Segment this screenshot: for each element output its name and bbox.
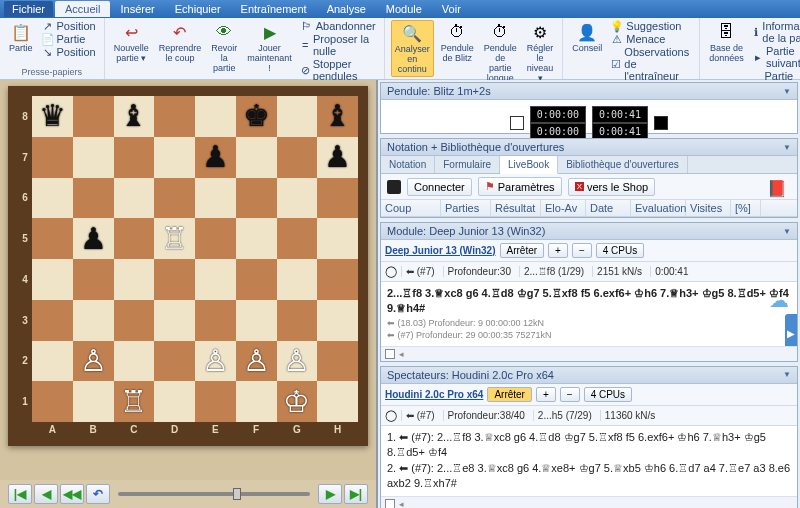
engine2-name[interactable]: Houdini 2.0c Pro x64 [385, 389, 483, 400]
square-H6[interactable] [317, 178, 358, 219]
square-F5[interactable] [236, 218, 277, 259]
move-slider[interactable] [118, 492, 310, 496]
square-B2[interactable]: ♙ [73, 341, 114, 382]
nav-btn-r0[interactable]: ▶ [318, 484, 342, 504]
cloud-icon[interactable]: ☁ [769, 286, 789, 314]
square-B3[interactable] [73, 300, 114, 341]
notation-tab-formulaire[interactable]: Formulaire [435, 156, 500, 173]
panel-dropdown-icon[interactable]: ▼ [783, 227, 791, 236]
nav-btn-0[interactable]: |◀ [8, 484, 32, 504]
square-E4[interactable] [195, 259, 236, 300]
ribbon-partie-suivante[interactable]: ▸Partie suivante [751, 45, 800, 69]
square-F7[interactable] [236, 137, 277, 178]
ribbon-pendule-de-partie-longue[interactable]: ⏱Pendule de partie longue [481, 20, 520, 85]
square-D5[interactable]: ♖ [154, 218, 195, 259]
square-G8[interactable] [277, 96, 318, 137]
square-G7[interactable] [277, 137, 318, 178]
square-G1[interactable]: ♔ [277, 381, 318, 422]
menu-tab-module[interactable]: Module [376, 1, 432, 17]
lb-header[interactable]: Coup [381, 200, 441, 216]
square-H8[interactable]: ♝ [317, 96, 358, 137]
nav-btn-2[interactable]: ◀◀ [60, 484, 84, 504]
square-A3[interactable] [32, 300, 73, 341]
engine1-minus-button[interactable]: − [572, 243, 592, 258]
square-F1[interactable] [236, 381, 277, 422]
menu-tab-analyse[interactable]: Analyse [317, 1, 376, 17]
square-A5[interactable] [32, 218, 73, 259]
square-H2[interactable] [317, 341, 358, 382]
connect-button[interactable]: Connecter [407, 178, 472, 196]
square-C3[interactable] [114, 300, 155, 341]
ribbon-reprendre-le-coup[interactable]: ↶Reprendre le coup [156, 20, 205, 65]
square-F6[interactable] [236, 178, 277, 219]
params-button[interactable]: ⚑Paramètres [478, 177, 562, 196]
square-H1[interactable] [317, 381, 358, 422]
square-F4[interactable] [236, 259, 277, 300]
lb-header[interactable]: Evaluation [631, 200, 686, 216]
square-G6[interactable] [277, 178, 318, 219]
ribbon-partie[interactable]: 📄Partie [40, 33, 98, 45]
ribbon-r-gler-le-niveau-[interactable]: ⚙Régler le niveau ▾ [524, 20, 557, 85]
notation-tab-notation[interactable]: Notation [381, 156, 435, 173]
square-C5[interactable] [114, 218, 155, 259]
square-B6[interactable] [73, 178, 114, 219]
square-B7[interactable] [73, 137, 114, 178]
square-D4[interactable] [154, 259, 195, 300]
square-E1[interactable] [195, 381, 236, 422]
ribbon-nouvelle-partie-[interactable]: ↩Nouvelle partie ▾ [111, 20, 152, 65]
square-F2[interactable]: ♙ [236, 341, 277, 382]
square-F3[interactable] [236, 300, 277, 341]
engine1-plus-button[interactable]: + [548, 243, 568, 258]
ribbon-partie[interactable]: 📋Partie [6, 20, 36, 55]
engine2-plus-button[interactable]: + [536, 387, 556, 402]
square-G2[interactable]: ♙ [277, 341, 318, 382]
square-C6[interactable] [114, 178, 155, 219]
engine2-stop-button[interactable]: Arrêter [487, 387, 532, 402]
ribbon-suggestion[interactable]: 💡Suggestion [609, 20, 693, 32]
lb-header[interactable]: Date [586, 200, 631, 216]
square-D2[interactable] [154, 341, 195, 382]
square-C4[interactable] [114, 259, 155, 300]
square-B4[interactable] [73, 259, 114, 300]
engine1-stop-button[interactable]: Arrêter [500, 243, 545, 258]
square-G5[interactable] [277, 218, 318, 259]
square-E8[interactable] [195, 96, 236, 137]
square-A1[interactable] [32, 381, 73, 422]
ribbon-menace[interactable]: ⚠Menace [609, 33, 693, 45]
square-A6[interactable] [32, 178, 73, 219]
engine2-cpus-button[interactable]: 4 CPUs [584, 387, 632, 402]
panel-dropdown-icon[interactable]: ▼ [783, 143, 791, 152]
square-E7[interactable]: ♟ [195, 137, 236, 178]
shop-button[interactable]: Xvers le Shop [568, 178, 656, 196]
ribbon-jouer-maintenant-[interactable]: ▶Jouer maintenant ! [244, 20, 295, 75]
ribbon-pendule-de-blitz[interactable]: ⏱Pendule de Blitz [438, 20, 477, 65]
ribbon-revoir-la-partie[interactable]: 👁Revoir la partie [208, 20, 240, 75]
engine1-name[interactable]: Deep Junior 13 (Win32) [385, 245, 496, 256]
menu-tab-insérer[interactable]: Insérer [110, 1, 164, 17]
square-D6[interactable] [154, 178, 195, 219]
ribbon-conseil[interactable]: 👤Conseil [569, 20, 605, 55]
menu-tab-echiquier[interactable]: Echiquier [165, 1, 231, 17]
ribbon-observations-de-l-entra-neur[interactable]: ☑Observations de l'entraîneur [609, 46, 693, 82]
ribbon-position[interactable]: ↗Position [40, 20, 98, 32]
square-H4[interactable] [317, 259, 358, 300]
square-G4[interactable] [277, 259, 318, 300]
panel-dropdown-icon[interactable]: ▼ [783, 87, 791, 96]
square-C8[interactable]: ♝ [114, 96, 155, 137]
square-B8[interactable] [73, 96, 114, 137]
lb-header[interactable]: Parties [441, 200, 491, 216]
ribbon-proposer-la-nulle[interactable]: =Proposer la nulle [299, 33, 378, 57]
square-E5[interactable] [195, 218, 236, 259]
square-B5[interactable]: ♟ [73, 218, 114, 259]
ribbon-stopper-pendules[interactable]: ⊘Stopper pendules [299, 58, 378, 82]
square-D7[interactable] [154, 137, 195, 178]
panel-dropdown-icon[interactable]: ▼ [783, 370, 791, 379]
square-D3[interactable] [154, 300, 195, 341]
square-C2[interactable] [114, 341, 155, 382]
square-A8[interactable]: ♛ [32, 96, 73, 137]
square-H3[interactable] [317, 300, 358, 341]
square-E2[interactable]: ♙ [195, 341, 236, 382]
square-C1[interactable]: ♖ [114, 381, 155, 422]
engine2-minus-button[interactable]: − [560, 387, 580, 402]
square-H7[interactable]: ♟ [317, 137, 358, 178]
